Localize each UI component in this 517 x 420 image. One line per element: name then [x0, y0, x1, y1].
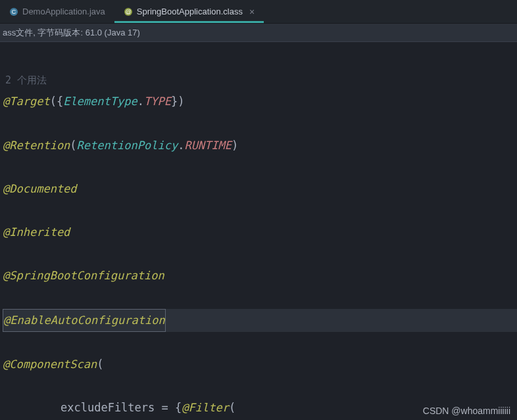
- code-line: @SpringBootConfiguration: [3, 265, 517, 287]
- svg-text:@: @: [125, 9, 131, 15]
- code-line: @Target({ElementType.TYPE}): [3, 91, 517, 112]
- code-line: @Retention(RetentionPolicy.RUNTIME): [3, 135, 517, 156]
- close-icon[interactable]: ×: [249, 7, 255, 17]
- info-bar: ass文件, 字节码版本: 61.0 (Java 17): [0, 24, 517, 42]
- tab-springboot-application[interactable]: @ SpringBootApplication.class ×: [114, 0, 264, 23]
- tab-bar: C DemoApplication.java @ SpringBootAppli…: [0, 0, 517, 24]
- annotation-icon: @: [124, 7, 133, 16]
- tab-label: SpringBootApplication.class: [137, 7, 243, 16]
- code-editor[interactable]: 2 个用法 @Target({ElementType.TYPE}) @Reten…: [0, 42, 517, 420]
- bytecode-info: ass文件, 字节码版本: 61.0 (Java 17): [3, 27, 140, 39]
- tab-demo-application[interactable]: C DemoApplication.java: [0, 0, 114, 23]
- code-line: @Documented: [3, 178, 517, 200]
- tab-label: DemoApplication.java: [22, 7, 105, 16]
- java-class-icon: C: [9, 7, 18, 16]
- usage-hint[interactable]: 2 个用法: [3, 74, 47, 86]
- code-line: @ComponentScan(: [3, 354, 517, 375]
- code-line: @Inherited: [3, 222, 517, 243]
- code-line-highlighted: @EnableAutoConfiguration: [3, 309, 517, 332]
- svg-text:C: C: [12, 9, 16, 15]
- watermark: CSDN @whoammiiiiii: [423, 406, 510, 416]
